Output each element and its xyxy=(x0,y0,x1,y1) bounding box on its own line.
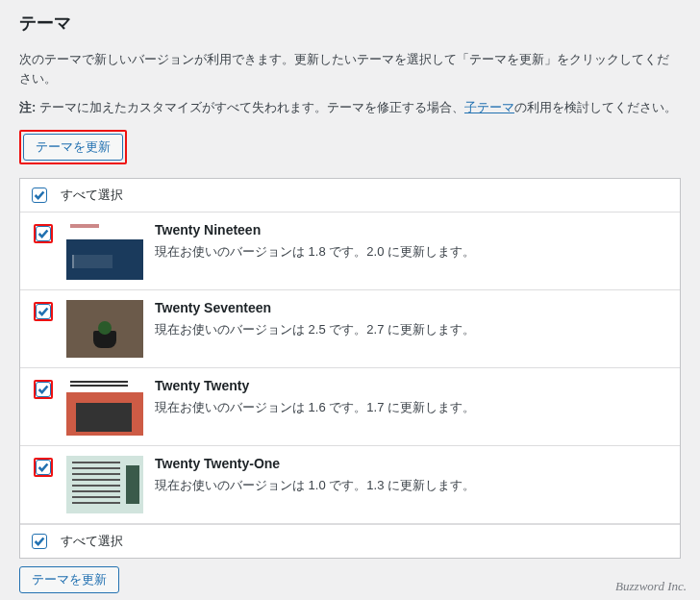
theme-version-text: 現在お使いのバージョンは 1.6 です。1.7 に更新します。 xyxy=(155,399,668,416)
theme-name: Twenty Twenty-One xyxy=(155,456,668,471)
theme-checkbox[interactable] xyxy=(36,382,51,397)
note-body-2: の利用を検討してください。 xyxy=(514,100,677,114)
theme-thumbnail xyxy=(66,300,143,358)
theme-version-text: 現在お使いのバージョンは 2.5 です。2.7 に更新します。 xyxy=(155,321,668,338)
note-body-1: テーマに加えたカスタマイズがすべて失われます。テーマを修正する場合、 xyxy=(36,100,464,114)
highlight-theme-checkbox xyxy=(34,380,53,399)
theme-name: Twenty Twenty xyxy=(155,378,668,393)
description-text: 次のテーマで新しいバージョンが利用できます。更新したいテーマを選択して「テーマを… xyxy=(19,50,681,88)
highlight-theme-checkbox xyxy=(34,302,53,321)
theme-checkbox[interactable] xyxy=(36,460,51,475)
themes-panel: すべて選択 Twenty Nineteen 現在お使いのバージョンは 1.8 で… xyxy=(19,178,681,559)
theme-thumbnail xyxy=(66,378,143,436)
warning-note: 注: テーマに加えたカスタマイズがすべて失われます。テーマを修正する場合、子テー… xyxy=(19,99,681,116)
check-icon xyxy=(33,188,46,202)
select-all-checkbox-bottom[interactable] xyxy=(32,534,47,549)
theme-list: Twenty Nineteen 現在お使いのバージョンは 1.8 です。2.0 … xyxy=(20,212,680,524)
note-prefix: 注: xyxy=(19,100,36,114)
theme-row: Twenty Seventeen 現在お使いのバージョンは 2.5 です。2.7… xyxy=(20,290,680,368)
theme-checkbox[interactable] xyxy=(36,226,51,241)
theme-row: Twenty Twenty 現在お使いのバージョンは 1.6 です。1.7 に更… xyxy=(20,368,680,446)
footer-credit: Buzzword Inc. xyxy=(615,579,687,594)
select-all-row-bottom: すべて選択 xyxy=(20,524,680,558)
check-icon xyxy=(37,305,50,318)
theme-name: Twenty Nineteen xyxy=(155,222,668,238)
check-icon xyxy=(37,383,50,396)
select-all-row-top: すべて選択 xyxy=(20,179,680,212)
theme-name: Twenty Seventeen xyxy=(155,300,668,315)
check-icon xyxy=(33,535,46,548)
highlight-update-button-top: テーマを更新 xyxy=(19,130,127,164)
theme-version-text: 現在お使いのバージョンは 1.0 です。1.3 に更新します。 xyxy=(155,477,668,494)
theme-checkbox[interactable] xyxy=(36,304,51,319)
theme-version-text: 現在お使いのバージョンは 1.8 です。2.0 に更新します。 xyxy=(155,243,668,261)
highlight-theme-checkbox xyxy=(34,224,53,243)
theme-thumbnail xyxy=(66,456,143,513)
select-all-label-bottom: すべて選択 xyxy=(61,533,123,550)
select-all-checkbox-top[interactable] xyxy=(32,188,47,203)
child-theme-link[interactable]: 子テーマ xyxy=(464,100,514,114)
page-title: テーマ xyxy=(19,12,681,35)
select-all-label-top: すべて選択 xyxy=(61,187,123,204)
update-themes-button-top[interactable]: テーマを更新 xyxy=(23,134,123,161)
theme-row: Twenty Nineteen 現在お使いのバージョンは 1.8 です。2.0 … xyxy=(20,212,680,290)
theme-row: Twenty Twenty-One 現在お使いのバージョンは 1.0 です。1.… xyxy=(20,446,680,524)
check-icon xyxy=(37,461,50,474)
check-icon xyxy=(37,227,50,240)
update-themes-button-bottom[interactable]: テーマを更新 xyxy=(19,566,119,593)
highlight-theme-checkbox xyxy=(34,458,53,477)
theme-thumbnail xyxy=(66,222,143,280)
